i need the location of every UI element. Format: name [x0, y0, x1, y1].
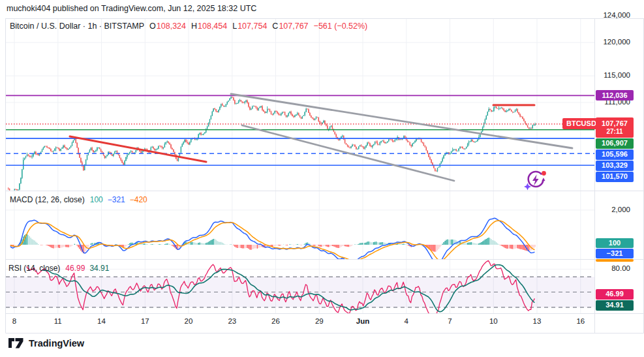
macd-label[interactable]: MACD (12, 26, close) [10, 195, 85, 204]
rsi-axis-label: 80.00 [597, 264, 630, 272]
symbol-legend[interactable]: Bitcoin / U.S. Dollar · 1h · BITSTAMP O1… [10, 22, 367, 31]
indicator-value: −420 [130, 195, 147, 204]
ohlc-low: L107,754 [232, 22, 267, 31]
time-axis-label: 10 [489, 317, 498, 325]
tradingview-logo-icon [8, 337, 24, 349]
time-axis-label: 23 [228, 317, 236, 325]
time-axis-label: 16 [576, 317, 585, 325]
level-badge: 112,036 [596, 90, 634, 101]
time-axis-label: 7 [448, 317, 452, 325]
tradingview-branding[interactable]: TradingView [8, 337, 84, 349]
tradingview-published-chart: muchoki404 published on TradingView.com,… [0, 0, 644, 357]
ohlc-open: O108,324 [149, 22, 186, 31]
time-axis-label: 4 [405, 317, 408, 325]
time-axis-label: 29 [315, 317, 324, 325]
level-badge: 106,907 [596, 138, 634, 149]
macd-badge: −321 [596, 249, 634, 258]
time-axis-label: 20 [185, 317, 193, 325]
macd-series [10, 218, 535, 264]
time-axis-label: 17 [141, 317, 149, 325]
flash-refresh-icon[interactable] [523, 168, 548, 193]
change-value: −561 (−0.52%) [314, 22, 368, 31]
channel-upper-gray[interactable] [231, 94, 572, 148]
tradingview-brand-text: TradingView [29, 338, 84, 349]
indicator-value: 46.99 [65, 264, 85, 273]
indicator-value: −321 [108, 195, 125, 204]
last-price-badge: 107,76727:11 [596, 117, 634, 138]
symbol-title[interactable]: Bitcoin / U.S. Dollar · 1h · BITSTAMP [10, 22, 144, 31]
time-axis-label: Jun [356, 317, 369, 325]
macd-values: 100−321−420 [90, 195, 152, 204]
rsi-values: 46.9934.91 [65, 264, 114, 273]
time-axis-label: 11 [54, 317, 62, 325]
level-badge: 105,596 [596, 149, 634, 160]
indicator-value: 34.91 [89, 264, 109, 273]
level-badge: 101,570 [596, 172, 634, 182]
rsi-label[interactable]: RSI (14, close) [8, 264, 60, 273]
macd-badge [596, 259, 634, 262]
time-axis-label: 8 [12, 317, 16, 325]
candlestick-series [8, 96, 536, 196]
ohlc-high: H108,454 [191, 22, 227, 31]
rsi-legend[interactable]: RSI (14, close) 46.9934.91 [8, 264, 114, 273]
rsi-badge: 34.91 [596, 300, 634, 311]
time-axis-label: 14 [97, 317, 106, 325]
macd-badge: 100 [596, 238, 634, 248]
macd-axis-label: 2,000 [597, 206, 630, 213]
indicator-value: 100 [90, 195, 103, 204]
rsi-badge: 46.99 [596, 289, 634, 300]
symbol-price-label: BTCUSD [562, 118, 600, 129]
time-axis-label: 13 [533, 317, 542, 325]
price-axis-label: 124,000 [597, 11, 630, 19]
price-axis-label: 120,000 [597, 38, 630, 46]
time-axis-label: 26 [271, 317, 280, 325]
price-axis-label: 115,000 [597, 71, 630, 79]
macd-legend[interactable]: MACD (12, 26, close) 100−321−420 [10, 195, 152, 204]
level-badge: 103,329 [596, 161, 634, 171]
ohlc-close: C107,767 [272, 22, 308, 31]
